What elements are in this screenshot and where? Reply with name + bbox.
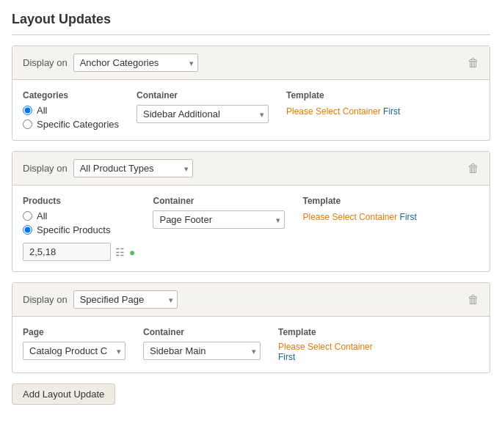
container-select-wrapper-2: Page Footer Sidebar Main Sidebar Additio…: [153, 210, 285, 229]
categories-label: Categories: [23, 90, 119, 100]
template-text-1: Please Select Container First: [286, 105, 400, 117]
delete-block-2-icon[interactable]: 🗑: [468, 162, 479, 175]
display-on-wrapper-2: All Product Types Simple Products Config…: [73, 159, 193, 177]
add-layout-update-button[interactable]: Add Layout Update: [12, 383, 115, 405]
delete-block-3-icon[interactable]: 🗑: [468, 293, 479, 306]
block-2-body: Products All Specific Products ☷ ●: [12, 186, 490, 271]
layout-block-1: Display on Anchor Categories Non-Anchor …: [12, 45, 490, 141]
container-select-3[interactable]: Sidebar Main Sidebar Additional Page Foo…: [143, 342, 261, 360]
specific-categories-label: Specific Categories: [37, 119, 119, 130]
block-3-header: Display on Specified Page Anchor Categor…: [12, 283, 490, 317]
container-select-wrapper-3: Sidebar Main Sidebar Additional Page Foo…: [143, 342, 261, 360]
display-on-wrapper-3: Specified Page Anchor Categories All Pro…: [73, 290, 178, 309]
template-text-static-1: Please Select Container: [286, 106, 383, 117]
all-categories-label: All: [37, 105, 47, 116]
block-2-fields: Products All Specific Products ☷ ●: [23, 196, 479, 261]
template-line2-3[interactable]: First: [278, 352, 295, 362]
template-first-link-1[interactable]: First: [383, 106, 400, 117]
template-field-group-2: Template Please Select Container First: [302, 196, 416, 222]
all-products-radio[interactable]: [23, 211, 32, 221]
check-icon: ●: [129, 246, 135, 258]
template-first-link-2[interactable]: First: [400, 212, 417, 222]
template-text-3: Please Select Container First: [278, 342, 373, 362]
display-on-select-3[interactable]: Specified Page Anchor Categories All Pro…: [73, 290, 178, 309]
page-select-wrapper: Catalog Product Cor CMS Home Page Catalo…: [23, 342, 126, 360]
block-2-header: Display on All Product Types Simple Prod…: [12, 152, 490, 186]
grid-icon[interactable]: ☷: [115, 246, 125, 258]
display-on-label-1: Display on: [23, 57, 68, 68]
block-3-fields: Page Catalog Product Cor CMS Home Page C…: [23, 327, 479, 362]
delete-block-1-icon[interactable]: 🗑: [468, 56, 479, 70]
template-label-1: Template: [286, 90, 400, 100]
container-select-wrapper-1: Sidebar Additional Sidebar Main Page Foo…: [137, 105, 269, 123]
page-title: Layout Updates: [12, 12, 490, 35]
template-field-group-1: Template Please Select Container First: [286, 90, 400, 117]
page-label: Page: [23, 327, 126, 337]
products-input[interactable]: [23, 243, 111, 261]
layout-block-2: Display on All Product Types Simple Prod…: [12, 151, 490, 272]
page-select[interactable]: Catalog Product Cor CMS Home Page Catalo…: [23, 342, 126, 360]
container-field-group-3: Container Sidebar Main Sidebar Additiona…: [143, 327, 261, 360]
categories-radio-group: All Specific Categories: [23, 105, 119, 130]
display-on-select-1[interactable]: Anchor Categories Non-Anchor Categories …: [73, 54, 198, 72]
display-on-label-3: Display on: [23, 294, 68, 305]
categories-field-group: Categories All Specific Categories: [23, 90, 119, 130]
products-label: Products: [23, 196, 135, 206]
template-label-2: Template: [302, 196, 416, 206]
specific-categories-radio-item[interactable]: Specific Categories: [23, 119, 119, 130]
block-1-body: Categories All Specific Categories Conta…: [12, 80, 490, 140]
container-label-2: Container: [153, 196, 285, 206]
template-text-2: Please Select Container First: [302, 210, 416, 222]
specific-categories-radio[interactable]: [23, 120, 32, 129]
display-on-label-2: Display on: [23, 163, 68, 174]
products-field-group: Products All Specific Products ☷ ●: [23, 196, 135, 261]
template-text-static-2: Please Select Container: [302, 212, 399, 222]
container-field-group-2: Container Page Footer Sidebar Main Sideb…: [153, 196, 285, 229]
template-field-group-3: Template Please Select Container First: [278, 327, 373, 362]
block-1-header: Display on Anchor Categories Non-Anchor …: [12, 46, 490, 80]
container-field-group-1: Container Sidebar Additional Sidebar Mai…: [137, 90, 269, 123]
products-input-row: ☷ ●: [23, 243, 135, 261]
container-label-1: Container: [137, 90, 269, 100]
block-3-body: Page Catalog Product Cor CMS Home Page C…: [12, 317, 490, 372]
container-label-3: Container: [143, 327, 261, 337]
products-radio-group: All Specific Products: [23, 210, 135, 235]
block-1-fields: Categories All Specific Categories Conta…: [23, 90, 479, 130]
all-products-radio-item[interactable]: All: [23, 210, 135, 221]
all-products-label: All: [37, 210, 47, 221]
specific-products-label: Specific Products: [37, 224, 110, 235]
layout-block-3: Display on Specified Page Anchor Categor…: [12, 282, 490, 373]
display-on-select-2[interactable]: All Product Types Simple Products Config…: [73, 159, 193, 177]
container-select-1[interactable]: Sidebar Additional Sidebar Main Page Foo…: [137, 105, 269, 123]
all-categories-radio-item[interactable]: All: [23, 105, 119, 116]
page-field-group: Page Catalog Product Cor CMS Home Page C…: [23, 327, 126, 360]
specific-products-radio-item[interactable]: Specific Products: [23, 224, 135, 235]
all-categories-radio[interactable]: [23, 106, 32, 115]
template-label-3: Template: [278, 327, 373, 337]
template-line1-3: Please Select Container: [278, 342, 373, 352]
display-on-wrapper-1: Anchor Categories Non-Anchor Categories …: [73, 54, 198, 72]
container-select-2[interactable]: Page Footer Sidebar Main Sidebar Additio…: [153, 210, 285, 229]
specific-products-radio[interactable]: [23, 225, 32, 235]
